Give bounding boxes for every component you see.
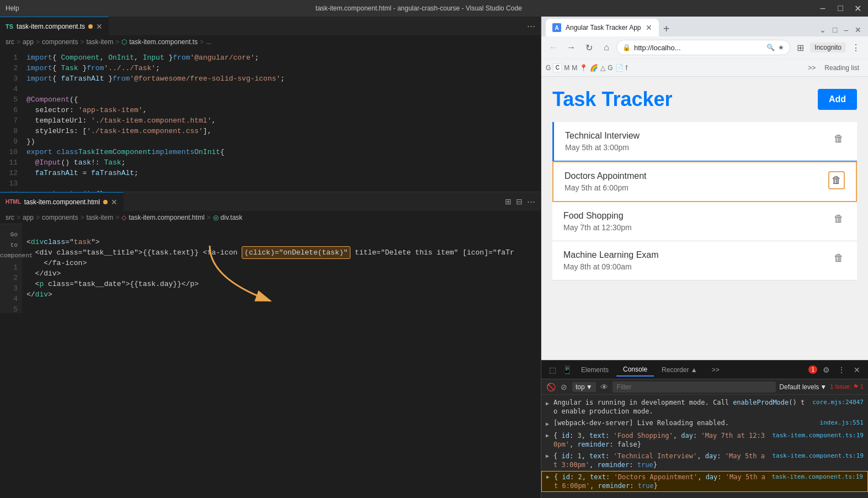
browser-close[interactable]: ✕ (853, 23, 864, 36)
main-container: TS task-item.component.ts ✕ ··· src > ap… (0, 17, 868, 498)
home-button[interactable]: ⌂ (599, 40, 614, 55)
source-link[interactable]: index.js:551 (820, 418, 864, 427)
task-list: Technical Interview May 5th at 3:00pm 🗑 … (552, 122, 857, 280)
maximize-button[interactable]: □ (836, 3, 845, 13)
forward-button[interactable]: → (563, 40, 579, 55)
bottom-tab-close[interactable]: ✕ (111, 198, 118, 206)
expand-icon[interactable]: ▶ (546, 399, 549, 408)
more-tabs-button[interactable]: >> (705, 364, 726, 376)
expand-icon[interactable]: ▶ (546, 452, 549, 460)
devtools-right-controls: 1 ⚙ ⋮ ✕ (808, 363, 864, 377)
browser-tabs-bar: A Angular Task Tracker App ✕ + ⌄ □ – ✕ (541, 17, 868, 36)
expand-icon[interactable]: ▶ (546, 420, 549, 428)
app-header: Task Tracker Add (552, 88, 857, 111)
tab-ts-icon: TS (6, 23, 13, 30)
task-item: Technical Interview May 5th at 3:00pm 🗑 (552, 122, 857, 161)
help-menu[interactable]: Help (6, 4, 19, 12)
url-text: http://localho... (634, 44, 681, 52)
incognito-button[interactable]: Incognito (810, 43, 846, 52)
bottom-editor-tab[interactable]: HTML task-item.component.html ✕ (0, 192, 124, 211)
top-tab-filename: task-item.component.ts (17, 23, 85, 30)
back-button[interactable]: ← (546, 40, 561, 55)
photos-icon: 🌈 (590, 64, 598, 72)
extensions-button[interactable]: ⊞ (792, 40, 808, 55)
close-button[interactable]: ✕ (854, 3, 862, 14)
console-line: ▶ { id: 1, text: 'Technical Interview', … (541, 451, 868, 471)
breadcrumb-src: src (6, 38, 14, 46)
task-details: Food Shopping May 7th at 12:30pm (563, 211, 632, 232)
console-line: ▶ Angular is running in development mode… (541, 397, 868, 417)
task-item: Food Shopping May 7th at 12:30pm 🗑 (552, 202, 857, 241)
bottom-more-button[interactable]: ··· (527, 196, 535, 208)
code-content: import { Component, OnInit, Input } from… (22, 48, 541, 192)
task-date: May 5th at 3:00pm (565, 143, 640, 152)
expand-icon[interactable]: ▶ (546, 431, 549, 440)
browser-tab-close[interactable]: ✕ (646, 23, 652, 32)
top-tab-close[interactable]: ✕ (96, 22, 103, 31)
tab-more-button[interactable]: ··· (521, 20, 541, 32)
task-details: Technical Interview May 5th at 3:00pm (565, 131, 640, 152)
source-link[interactable]: task-item.component.ts:19 (772, 452, 864, 460)
console-line-highlighted: ▶ { id: 2, text: 'Doctors Appointment', … (541, 471, 868, 492)
task-item: Machine Learning Exam May 8th at 09:00am… (552, 241, 857, 280)
task-title: Machine Learning Exam (563, 250, 659, 260)
clear-console-button[interactable]: 🚫 (546, 382, 556, 392)
browser-minimize[interactable]: – (842, 23, 850, 36)
browser-tab-active[interactable]: A Angular Task Tracker App ✕ (546, 19, 659, 36)
title-bar-left: Help (6, 4, 19, 12)
eye-button[interactable]: 👁 (599, 382, 609, 392)
tab-menu-button[interactable]: ⌄ (817, 23, 828, 36)
reading-list-button[interactable]: Reading list (820, 64, 864, 72)
devtools-tab-bar: ⬚ 📱 Elements Console Recorder ▲ >> 1 ⚙ ⋮… (541, 361, 868, 379)
bookmarks-more[interactable]: >> (806, 64, 818, 72)
browser-chrome: A Angular Task Tracker App ✕ + ⌄ □ – ✕ ←… (541, 17, 868, 77)
task-date: May 5th at 6:00pm (565, 183, 647, 192)
search-icon[interactable]: 🔍 (766, 44, 775, 51)
split-editor-button[interactable]: ⊞ (505, 197, 512, 206)
close-devtools[interactable]: ✕ (850, 363, 864, 377)
lock-icon: 🔒 (622, 44, 631, 51)
task-title: Doctors Appointment (565, 171, 647, 181)
source-link[interactable]: task-item.component.ts:19 (771, 473, 863, 481)
device-button[interactable]: 📱 (560, 363, 573, 377)
inspect-button[interactable]: ⬚ (546, 363, 559, 377)
issues-indicator: 1 Issue: ⚑ 1 (830, 383, 864, 390)
add-task-button[interactable]: Add (818, 89, 857, 110)
reload-button[interactable]: ↻ (581, 40, 597, 55)
top-context-dropdown[interactable]: top ▼ (572, 382, 596, 392)
log-levels-dropdown[interactable]: Default levels ▼ (779, 383, 827, 391)
restore-button[interactable]: □ (830, 23, 839, 36)
bookmark-icon[interactable]: ★ (778, 44, 784, 51)
expand-icon[interactable]: ▶ (546, 473, 550, 481)
console-tab[interactable]: Console (616, 363, 654, 377)
address-bar[interactable]: 🔒 http://localho... 🔍 ★ (616, 40, 790, 55)
toggle-panel-button[interactable]: ⊟ (516, 197, 523, 206)
minimize-button[interactable]: – (818, 3, 827, 13)
title-bar: Help task-item.component.html - angular-… (0, 0, 868, 17)
console-filter-input[interactable] (613, 382, 776, 393)
settings-button[interactable]: ⚙ (819, 363, 833, 377)
devtools-more[interactable]: ⋮ (835, 363, 848, 377)
task-details: Machine Learning Exam May 8th at 09:00am (563, 250, 659, 271)
browser-more-button[interactable]: ⋮ (848, 40, 864, 55)
delete-task-button[interactable]: 🗑 (832, 211, 846, 227)
new-tab-button[interactable]: + (659, 21, 674, 36)
console-output: ▶ Angular is running in development mode… (541, 395, 868, 498)
console-spacer (541, 492, 868, 498)
filter-toggle[interactable]: ⊘ (559, 382, 569, 392)
source-link[interactable]: task-item.component.ts:19 (772, 431, 864, 440)
browser-nav-bar: ← → ↻ ⌂ 🔒 http://localho... 🔍 ★ ⊞ Incogn… (541, 36, 868, 59)
google-icon: G (546, 64, 551, 72)
delete-task-button[interactable]: 🗑 (832, 250, 846, 266)
console-line: ▶ [webpack-dev-server] Live Reloading en… (541, 417, 868, 430)
vscode-editor: TS task-item.component.ts ✕ ··· src > ap… (0, 17, 541, 498)
g-icon: G (608, 64, 613, 72)
elements-tab[interactable]: Elements (574, 364, 615, 376)
recorder-tab[interactable]: Recorder ▲ (655, 364, 704, 376)
browser-tab-title: Angular Task Tracker App (566, 24, 641, 31)
top-tab-bar: TS task-item.component.ts ✕ ··· (0, 17, 541, 36)
source-link[interactable]: core.mjs:24847 (812, 398, 864, 407)
delete-task-button[interactable]: 🗑 (832, 131, 846, 147)
top-editor-tab[interactable]: TS task-item.component.ts ✕ (0, 17, 109, 36)
delete-task-button[interactable]: 🗑 (828, 171, 845, 189)
